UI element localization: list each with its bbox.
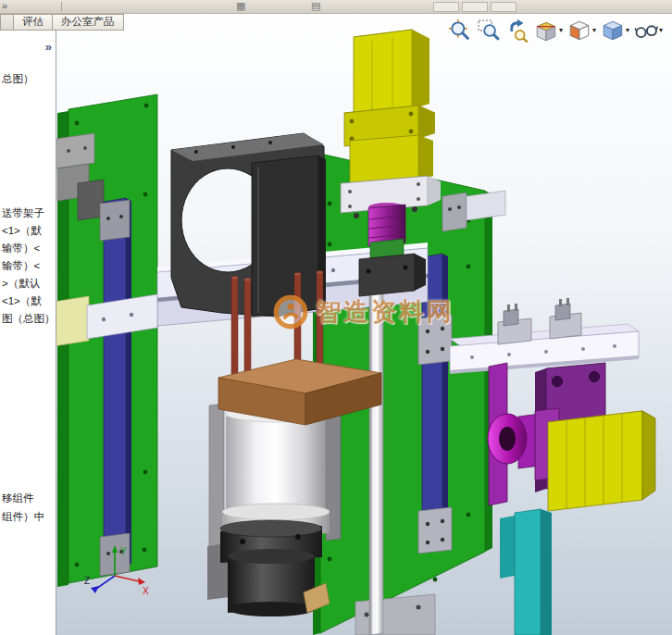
panel-collapse-chevron[interactable]: »: [45, 40, 52, 54]
triad-x-label: X: [143, 586, 149, 596]
toolbar-button[interactable]: [491, 2, 516, 12]
chevron-down-icon: ▾: [592, 19, 596, 43]
teal-column[interactable]: [500, 509, 552, 635]
top-toolbar: » ▦ ▤: [0, 0, 672, 14]
toolbar-overflow-chevron[interactable]: »: [2, 0, 7, 11]
feature-tree-panel: » 总图） 送带架子 <1>（默 输带）< 输带）< >（默认 <1>（默 图（…: [0, 30, 56, 635]
triad-z-label: Z: [84, 576, 90, 586]
tab-stub[interactable]: [0, 14, 14, 31]
tree-item[interactable]: <1>（默: [2, 224, 42, 238]
hide-show-items-icon[interactable]: ▾: [634, 19, 663, 43]
zoom-to-area-icon[interactable]: [477, 19, 501, 43]
view-orientation-icon[interactable]: ▾: [567, 19, 596, 43]
grid-icon[interactable]: ▦: [236, 0, 245, 12]
commandmanager-tabs: 评估 办公室产品: [0, 14, 123, 30]
tree-item[interactable]: <1>（默: [2, 294, 42, 308]
display-style-icon[interactable]: ▾: [601, 19, 629, 43]
watermark-text: 智造资料网: [316, 295, 454, 329]
tree-item[interactable]: 输带）<: [2, 259, 40, 273]
shaft-base[interactable]: [355, 594, 435, 635]
chevron-down-icon: ▾: [659, 19, 663, 43]
tree-item[interactable]: 送带架子: [2, 206, 44, 220]
toolbar-divider: [61, 2, 62, 11]
section-view-icon[interactable]: ▾: [534, 19, 563, 43]
application-window: 智造资料网 Y X Z: [0, 0, 672, 635]
tree-item[interactable]: >（默认: [2, 277, 40, 291]
chevron-down-icon: ▾: [559, 19, 563, 43]
tab-evaluate[interactable]: 评估: [13, 14, 53, 31]
list-icon[interactable]: ▤: [311, 0, 320, 12]
dark-cylinder[interactable]: [207, 520, 330, 616]
tree-item[interactable]: 输带）<: [2, 242, 40, 255]
toolbar-button[interactable]: [433, 2, 459, 12]
tab-office-products[interactable]: 办公室产品: [52, 14, 124, 31]
zoom-to-fit-icon[interactable]: [448, 19, 472, 43]
chevron-down-icon: ▾: [626, 19, 629, 43]
left-linear-rail[interactable]: [100, 198, 131, 576]
tree-item[interactable]: 图（总图）: [2, 312, 56, 326]
tree-item[interactable]: 总图）: [2, 72, 34, 86]
tree-item[interactable]: 移组件: [2, 492, 34, 505]
orientation-triad: Y X Z: [83, 541, 157, 602]
view-toolbar: ▾ ▾ ▾ ▾: [448, 19, 663, 43]
previous-view-icon[interactable]: [505, 19, 529, 43]
toolbar-button[interactable]: [462, 2, 488, 12]
triad-y-label: Y: [120, 546, 127, 556]
watermark-logo-icon: [271, 293, 310, 331]
right-motor[interactable]: [548, 411, 655, 511]
tree-item[interactable]: 组件）中: [2, 510, 44, 524]
left-yellow-plate[interactable]: [54, 296, 89, 346]
watermark: 智造资料网: [271, 293, 454, 331]
